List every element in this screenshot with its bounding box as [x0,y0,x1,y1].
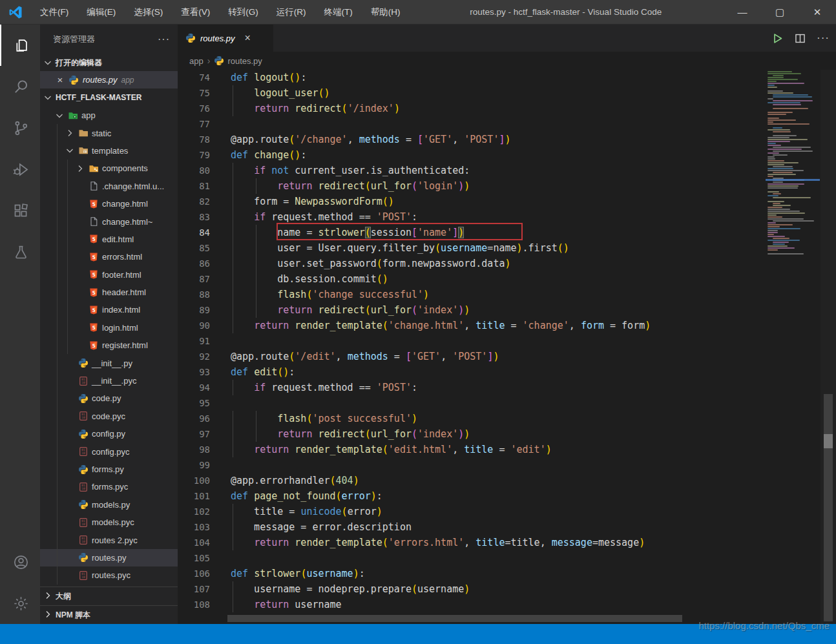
menu-item-t[interactable]: 终端(T) [317,3,361,22]
code-line-76[interactable]: 76 return redirect('/index') [178,101,765,116]
split-editor-icon[interactable] [794,32,806,45]
tree-item-__init__.pyc[interactable]: 0110__init__.pyc [40,372,178,390]
code-line-91[interactable]: 91 [178,333,765,349]
code-line-88[interactable]: 88 flash('change successful') [178,287,765,302]
tree-item-forms.pyc[interactable]: 0110forms.pyc [40,478,178,495]
breadcrumb-item-routes.py[interactable]: routes.py [214,56,262,66]
code-line-93[interactable]: 93def edit(): [178,364,765,380]
code-line-105[interactable]: 105 [178,550,765,566]
code-line-82[interactable]: 82 form = NewpasswordForm() [178,194,765,209]
code-line-97[interactable]: 97 return redirect(url_for('index')) [178,426,765,442]
tree-item-code.py[interactable]: code.py [40,390,178,407]
close-icon[interactable]: × [56,74,65,85]
code-line-96[interactable]: 96 flash('post successful') [178,411,765,426]
tree-item-.change.html.u...[interactable]: .change.html.u... [40,178,178,195]
vertical-scrollbar-thumb[interactable] [824,394,833,621]
code-line-84[interactable]: 84 name = strlower(session['name']) [178,225,765,240]
sidebar-section-大纲[interactable]: 大纲 [40,587,178,605]
code-line-102[interactable]: 102 title = unicode(error) [178,504,765,519]
code-line-90[interactable]: 90 return render_template('change.html',… [178,318,765,333]
tree-item-code.pyc[interactable]: 0110code.pyc [40,408,178,425]
menu-item-r[interactable]: 运行(R) [269,3,314,22]
tree-item-config.pyc[interactable]: 0110config.pyc [40,442,178,460]
code-line-87[interactable]: 87 db.session.commit() [178,271,765,287]
code-line-75[interactable]: 75 logout_user() [178,85,765,101]
vertical-scrollbar[interactable] [820,70,836,624]
activity-account-icon[interactable] [0,541,40,583]
close-icon[interactable]: × [244,32,250,44]
horizontal-scrollbar[interactable] [227,615,682,622]
activity-source-control-icon[interactable] [0,107,40,149]
code-line-104[interactable]: 104 return render_template('errors.html'… [178,535,765,550]
activity-extensions-icon[interactable] [0,190,40,231]
code-line-83[interactable]: 83 if request.method == 'POST': [178,209,765,225]
sidebar-section-NPM 脚本[interactable]: NPM 脚本 [40,605,178,624]
tree-item-routes.pyc[interactable]: 0110routes.pyc [40,566,178,584]
menu-item-f[interactable]: 文件(F) [32,3,76,22]
code-line-79[interactable]: 79def change(): [178,147,765,163]
minimize-button[interactable]: — [724,0,761,25]
code-line-101[interactable]: 101def page_not_found(error): [178,488,765,504]
code-line-95[interactable]: 95 [178,395,765,411]
code-line-103[interactable]: 103 message = error.description [178,519,765,535]
menu-item-v[interactable]: 查看(V) [173,3,218,22]
tree-item-forms.py[interactable]: forms.py [40,461,178,478]
activity-testing-icon[interactable] [0,231,40,273]
tree-item-index.html[interactable]: 5index.html [40,301,178,318]
tree-item-change.html-[interactable]: change.html~ [40,213,178,230]
tree-item-routes.py[interactable]: routes.py [40,549,178,566]
tree-item-templates[interactable]: templates [40,142,178,160]
menu-item-h[interactable]: 帮助(H) [363,3,408,22]
menu-item-g[interactable]: 转到(G) [220,3,266,22]
tree-item-errors.html[interactable]: 5errors.html [40,248,178,265]
tree-item-components[interactable]: components [40,160,178,177]
code-line-86[interactable]: 86 user.set_password(form.newpassword.da… [178,256,765,271]
tree-item-app[interactable]: app [40,107,178,124]
code-lines[interactable]: 74def logout():75 logout_user()76 return… [178,70,765,612]
tree-item-static[interactable]: static [40,124,178,141]
tree-item-header.html[interactable]: 5header.html [40,284,178,301]
activity-run-debug-icon[interactable] [0,149,40,190]
tree-item-footer.html[interactable]: 5footer.html [40,266,178,284]
code-line-78[interactable]: 78@app.route('/change', methods = ['GET'… [178,132,765,147]
run-button[interactable] [771,32,784,45]
open-editors-header[interactable]: 打开的编辑器 [40,54,178,71]
code-line-100[interactable]: 100@app.errorhandler(404) [178,473,765,488]
close-button[interactable]: ✕ [799,0,836,25]
code-line-107[interactable]: 107 username = nodeprep.prepare(username… [178,581,765,597]
code-line-85[interactable]: 85 user = User.query.filter_by(username=… [178,240,765,256]
code-line-74[interactable]: 74def logout(): [178,70,765,85]
tree-item-edit.html[interactable]: 5edit.html [40,231,178,248]
project-root-header[interactable]: HCTF_FLASK-MASTER [40,88,178,107]
code-line-92[interactable]: 92@app.route('/edit', methods = ['GET', … [178,349,765,364]
open-editor-item[interactable]: ×routes.pyapp [40,71,178,88]
code-line-80[interactable]: 80 if not current_user.is_authenticated: [178,163,765,178]
tab-routes-py[interactable]: routes.py × [178,25,273,52]
menu-item-s[interactable]: 选择(S) [126,3,171,22]
code-line-106[interactable]: 106def strlower(username): [178,566,765,581]
activity-search-icon[interactable] [0,66,40,107]
tree-item-login.html[interactable]: 5login.html [40,319,178,337]
code-line-94[interactable]: 94 if request.method == 'POST': [178,380,765,395]
menu-item-e[interactable]: 编辑(E) [79,3,123,22]
activity-explorer-icon[interactable] [0,25,40,66]
code-line-108[interactable]: 108 return username [178,597,765,612]
code-line-77[interactable]: 77 [178,116,765,132]
code-line-99[interactable]: 99 [178,457,765,473]
breadcrumb-item-app[interactable]: app [189,56,204,66]
code-line-98[interactable]: 98 return render_template('edit.html', t… [178,442,765,457]
maximize-button[interactable]: ▢ [761,0,799,25]
tree-item-models.pyc[interactable]: 0110models.pyc [40,514,178,531]
tree-item-register.html[interactable]: 5register.html [40,337,178,354]
code-line-81[interactable]: 81 return redirect(url_for('login')) [178,178,765,194]
more-actions-icon[interactable]: ··· [158,34,170,45]
minimap[interactable] [766,71,820,624]
tree-item-__init__.py[interactable]: __init__.py [40,354,178,371]
tree-item-config.py[interactable]: config.py [40,425,178,442]
code-line-89[interactable]: 89 return redirect(url_for('index')) [178,302,765,318]
activity-settings-icon[interactable] [0,583,40,624]
tree-item-models.py[interactable]: models.py [40,496,178,514]
more-actions-icon[interactable]: ··· [817,32,830,45]
tree-item-routes-2.pyc[interactable]: 0110routes 2.pyc [40,531,178,548]
tree-item-change.html[interactable]: 5change.html [40,195,178,213]
